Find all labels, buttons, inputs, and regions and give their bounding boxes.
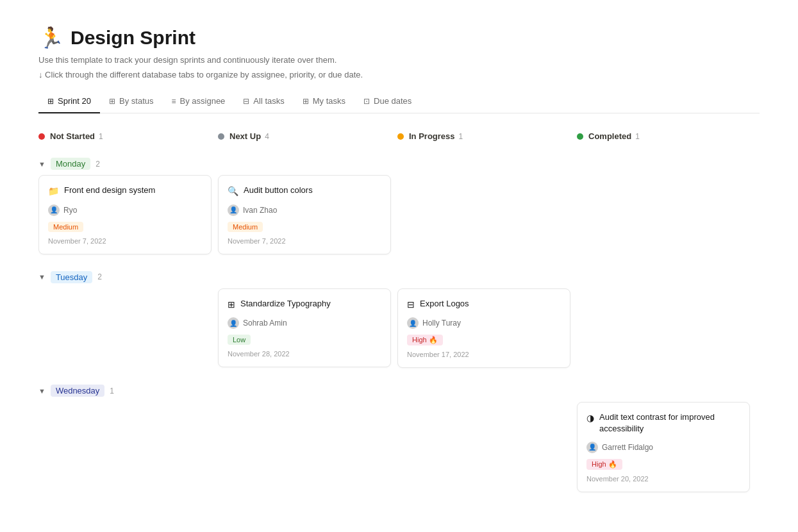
group-tuesday-label: Tuesday — [51, 271, 92, 283]
group-monday-arrow[interactable]: ▼ — [38, 160, 46, 168]
card-standardize-typography-date: November 28, 2022 — [228, 350, 381, 358]
tab-bystatus[interactable]: ⊞ By status — [100, 91, 162, 113]
tab-duedates[interactable]: ⊡ Due dates — [354, 91, 420, 113]
tabs-bar: ⊞ Sprint 20 ⊞ By status ≡ By assignee ⊟ … — [38, 91, 760, 113]
card-export-logos-priority: High 🔥 — [407, 335, 443, 345]
card-export-logos[interactable]: ⊟ Export Logos 👤 Holly Turay High 🔥 Nove… — [397, 288, 570, 369]
avatar-ivan-zhao: 👤 — [228, 204, 239, 216]
tab-alltasks[interactable]: ⊟ All tasks — [234, 91, 293, 113]
tuesday-next-up-cell: ⊞ Standardize Typography 👤 Sohrab Amin L… — [218, 288, 397, 375]
group-monday-header-row: ▼ Monday 2 — [38, 154, 760, 175]
col-header-in-progress: In Progress 1 — [397, 129, 577, 154]
avatar-ryo: 👤 — [48, 204, 60, 216]
card-audit-text-contrast-assignee: 👤 Garrett Fidalgo — [586, 442, 740, 453]
card-export-logos-date: November 17, 2022 — [407, 351, 561, 358]
tab-mytasks[interactable]: ⊞ My tasks — [294, 91, 354, 113]
tuesday-in-progress-cell: ⊟ Export Logos 👤 Holly Turay High 🔥 Nove… — [397, 288, 577, 375]
tab-sprint20-label: Sprint 20 — [58, 96, 91, 106]
card-front-end-design-assignee: 👤 Ryo — [48, 204, 202, 216]
tab-duedates-label: Due dates — [374, 96, 411, 106]
monday-in-progress-cell — [397, 175, 577, 261]
group-wednesday-arrow[interactable]: ▼ — [38, 387, 46, 395]
tab-bystatus-label: By status — [119, 96, 153, 106]
card-standardize-typography-priority: Low — [228, 335, 251, 345]
tab-mytasks-icon: ⊞ — [303, 97, 309, 106]
group-tuesday-arrow[interactable]: ▼ — [38, 273, 46, 281]
not-started-label: Not Started 1 — [50, 131, 103, 141]
monday-next-up-cell: 🔍 Audit button colors 👤 Ivan Zhao Medium… — [218, 175, 397, 261]
tab-byassignee[interactable]: ≡ By assignee — [163, 91, 235, 113]
monday-completed-cell — [577, 175, 756, 261]
card-audit-text-contrast-title: ◑ Audit text contrast for improved acces… — [586, 411, 740, 435]
tab-bystatus-icon: ⊞ — [109, 97, 115, 106]
card-audit-text-contrast-icon: ◑ — [586, 412, 594, 425]
card-front-end-design[interactable]: 📁 Front end design system 👤 Ryo Medium N… — [38, 175, 212, 254]
group-monday-label: Monday — [51, 158, 90, 170]
card-front-end-design-icon: 📁 — [48, 185, 59, 198]
page-hint: ↓ Click through the different database t… — [38, 70, 760, 79]
board-wrapper: Not Started 1 Next Up 4 In Progress 1 Co… — [38, 129, 760, 499]
group-wednesday-label: Wednesday — [51, 385, 104, 397]
card-export-logos-title: ⊟ Export Logos — [407, 298, 561, 312]
in-progress-dot — [397, 133, 404, 140]
wednesday-next-up-cell — [218, 402, 397, 498]
page-icon: 🏃 — [38, 26, 64, 50]
tab-alltasks-label: All tasks — [253, 96, 284, 106]
page-description: Use this template to track your design s… — [38, 55, 760, 65]
group-monday-cards-row: 📁 Front end design system 👤 Ryo Medium N… — [38, 175, 760, 261]
avatar-garrett-fidalgo: 👤 — [586, 442, 598, 453]
card-front-end-design-priority: Medium — [48, 222, 83, 232]
not-started-dot — [38, 133, 45, 140]
group-tuesday-header: ▼ Tuesday 2 — [38, 261, 756, 288]
wednesday-completed-cell: ◑ Audit text contrast for improved acces… — [577, 402, 756, 498]
completed-dot — [577, 133, 583, 140]
next-up-label: Next Up 4 — [229, 131, 269, 141]
group-monday-header: ▼ Monday 2 — [38, 154, 756, 175]
col-header-next-up: Next Up 4 — [218, 129, 397, 154]
card-audit-button-colors-priority: Medium — [228, 222, 263, 232]
card-audit-text-contrast[interactable]: ◑ Audit text contrast for improved acces… — [577, 402, 750, 492]
in-progress-count: 1 — [459, 132, 463, 141]
tab-byassignee-label: By assignee — [180, 96, 226, 106]
card-standardize-typography-icon: ⊞ — [228, 299, 235, 312]
column-headers: Not Started 1 Next Up 4 In Progress 1 Co… — [38, 129, 760, 154]
group-tuesday-count: 2 — [97, 272, 102, 281]
completed-count: 1 — [635, 132, 640, 141]
card-front-end-design-date: November 7, 2022 — [48, 237, 202, 245]
group-wednesday-header-row: ▼ Wednesday 1 — [38, 374, 760, 402]
group-wednesday-cards-row: ◑ Audit text contrast for improved acces… — [38, 402, 760, 498]
tab-byassignee-icon: ≡ — [172, 97, 176, 106]
group-wednesday-header: ▼ Wednesday 1 — [38, 374, 756, 402]
wednesday-in-progress-cell — [397, 402, 577, 498]
tuesday-not-started-cell — [38, 288, 218, 375]
card-audit-button-colors[interactable]: 🔍 Audit button colors 👤 Ivan Zhao Medium… — [218, 175, 391, 254]
card-audit-button-colors-title: 🔍 Audit button colors — [228, 185, 381, 198]
wednesday-not-started-cell — [38, 402, 218, 498]
tab-duedates-icon: ⊡ — [363, 97, 370, 106]
card-standardize-typography[interactable]: ⊞ Standardize Typography 👤 Sohrab Amin L… — [218, 288, 391, 368]
next-up-dot — [218, 133, 224, 140]
tuesday-completed-cell — [577, 288, 756, 375]
col-header-not-started: Not Started 1 — [38, 129, 218, 154]
in-progress-label: In Progress 1 — [409, 131, 463, 141]
monday-not-started-cell: 📁 Front end design system 👤 Ryo Medium N… — [38, 175, 218, 261]
tab-sprint20[interactable]: ⊞ Sprint 20 — [38, 91, 100, 113]
not-started-count: 1 — [99, 132, 103, 141]
group-monday-count: 2 — [96, 160, 100, 169]
card-audit-button-colors-date: November 7, 2022 — [228, 237, 381, 245]
group-tuesday-cards-row: ⊞ Standardize Typography 👤 Sohrab Amin L… — [38, 288, 760, 375]
card-export-logos-assignee: 👤 Holly Turay — [407, 317, 561, 329]
card-standardize-typography-title: ⊞ Standardize Typography — [228, 298, 381, 312]
group-wednesday-count: 1 — [110, 387, 114, 395]
page-title: Design Sprint — [71, 27, 195, 49]
avatar-holly-turay: 👤 — [407, 317, 419, 329]
tab-alltasks-icon: ⊟ — [243, 97, 249, 106]
page-container: 🏃 Design Sprint Use this template to tra… — [0, 0, 798, 532]
completed-label: Completed 1 — [588, 131, 640, 141]
tab-sprint20-icon: ⊞ — [47, 97, 54, 106]
group-tuesday-header-row: ▼ Tuesday 2 — [38, 261, 760, 288]
card-audit-text-contrast-priority: High 🔥 — [586, 459, 622, 470]
next-up-count: 4 — [265, 132, 269, 141]
card-audit-button-colors-assignee: 👤 Ivan Zhao — [228, 204, 381, 216]
card-export-logos-icon: ⊟ — [407, 299, 415, 312]
